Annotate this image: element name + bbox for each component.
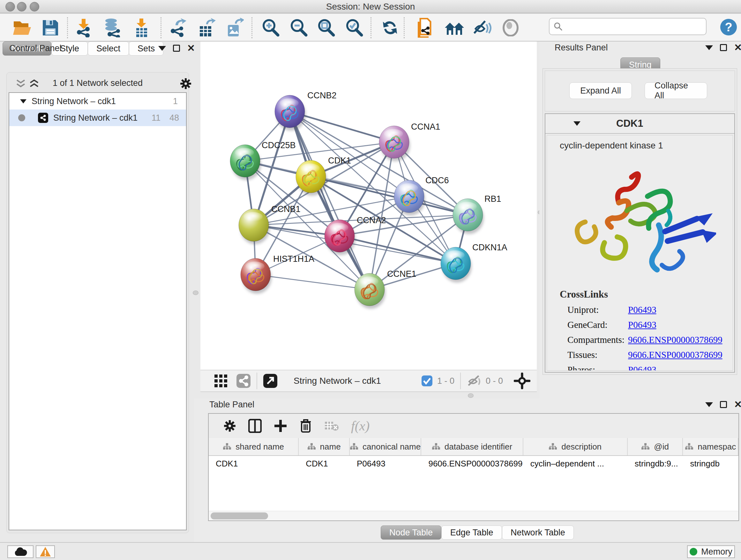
show-columns-icon[interactable] [248, 419, 262, 433]
selected-indicator-icon[interactable] [421, 375, 433, 387]
table-cell[interactable]: 9606.ENSP00000378699 [421, 459, 523, 469]
export-network-icon[interactable] [166, 18, 190, 38]
network-edge[interactable] [340, 236, 456, 263]
crosslink-value-link[interactable]: P06493 [628, 305, 657, 315]
gene-card-header[interactable]: CDK1 [545, 114, 734, 134]
node-label: CDC25B [262, 140, 296, 150]
control-panel-close-icon[interactable]: ✕ [187, 45, 195, 52]
gene-card: CDK1 cyclin-dependent kinase 1 [545, 113, 735, 373]
table-column-header[interactable]: namespac [683, 438, 738, 455]
table-column-header[interactable]: database identifier [421, 438, 523, 455]
table-options-gear-icon[interactable] [223, 420, 236, 432]
horizontal-splitter-handle[interactable] [468, 393, 474, 398]
toolbar-separator [67, 17, 68, 38]
crosslink-value-link[interactable]: P06493 [628, 365, 657, 371]
network-options-gear-icon[interactable] [180, 78, 192, 90]
network-node[interactable] [296, 160, 327, 196]
stringapp-document-icon[interactable] [413, 18, 436, 38]
network-node[interactable] [441, 247, 472, 283]
crosslink-value-link[interactable]: 9606.ENSP00000378699 [628, 350, 723, 360]
grid-mode-icon[interactable] [214, 374, 228, 388]
expand-all-button[interactable]: Expand All [569, 82, 632, 99]
control-panel-float-icon[interactable] [158, 46, 166, 51]
refresh-layout-icon[interactable] [379, 18, 401, 38]
left-splitter-handle[interactable] [193, 291, 199, 295]
eye-icon[interactable] [499, 18, 522, 38]
birds-eye-view-icon[interactable] [263, 374, 278, 388]
import-network-database-icon[interactable] [101, 18, 124, 38]
table-column-header[interactable]: canonical name [350, 438, 421, 455]
add-column-icon[interactable] [274, 419, 287, 433]
table-panel-float-icon[interactable] [705, 402, 713, 407]
memory-button[interactable]: Memory [687, 545, 735, 558]
export-image-icon[interactable] [223, 18, 246, 38]
delete-table-icon[interactable] [324, 421, 339, 431]
tab-node-table[interactable]: Node Table [381, 525, 441, 540]
table-horizontal-scrollbar[interactable] [209, 511, 738, 520]
results-panel-maximize-icon[interactable] [720, 44, 727, 51]
table-cell[interactable]: cyclin–dependent ... [523, 459, 628, 469]
tab-select[interactable]: Select [88, 42, 129, 56]
network-node[interactable] [379, 126, 410, 161]
search-input[interactable] [563, 22, 697, 32]
table-cell[interactable]: stringdb:9... [628, 459, 683, 469]
crosslink-value-link[interactable]: 9606.ENSP00000378699 [628, 334, 723, 345]
save-session-icon[interactable] [39, 18, 62, 38]
function-builder-icon[interactable]: f(x) [351, 418, 369, 434]
open-session-icon[interactable] [11, 18, 34, 38]
collapse-all-button[interactable]: Collapse All [645, 82, 707, 99]
table-column-header[interactable]: shared name [209, 438, 299, 455]
network-edge[interactable] [256, 274, 369, 290]
node-label: RB1 [484, 194, 501, 204]
results-panel-float-icon[interactable] [705, 45, 713, 50]
table-column-header[interactable]: name [299, 438, 350, 455]
table-column-header[interactable]: @id [628, 438, 683, 455]
gene-card-collapse-icon[interactable] [573, 120, 581, 127]
zoom-in-icon[interactable] [259, 18, 282, 38]
search-box[interactable] [549, 18, 706, 35]
network-node[interactable] [394, 180, 425, 215]
control-panel-maximize-icon[interactable] [173, 45, 180, 52]
cloud-status-button[interactable] [7, 545, 33, 558]
memory-status-dot [690, 548, 697, 556]
import-table-icon[interactable] [130, 18, 153, 38]
network-node[interactable] [241, 258, 272, 294]
network-node[interactable] [325, 220, 355, 255]
table-cell[interactable]: CDK1 [299, 459, 350, 469]
import-network-file-icon[interactable] [72, 18, 95, 38]
table-row[interactable]: CDK1CDK1P064939606.ENSP00000378699cyclin… [209, 456, 738, 471]
tab-edge-table[interactable]: Edge Table [441, 525, 502, 540]
network-list: String Network – cdk1 1 String Network –… [9, 92, 187, 530]
table-cell[interactable]: CDK1 [209, 459, 299, 469]
network-canvas[interactable]: CCNB2CCNA1CDC25BCDK1CDC6RB1CCNB1CCNA2CDK… [200, 42, 537, 370]
hide-show-graphics-icon[interactable] [470, 18, 493, 38]
home-legacy-icon[interactable] [443, 18, 466, 38]
crosslink-value-link[interactable]: P06493 [628, 320, 657, 330]
warnings-button[interactable] [36, 545, 55, 558]
zoom-fit-icon[interactable] [315, 18, 338, 38]
hidden-indicator-eye-slash-icon[interactable] [467, 374, 482, 387]
table-column-header[interactable]: description [523, 438, 628, 455]
zoom-out-icon[interactable] [287, 18, 310, 38]
table-cell[interactable]: stringdb [683, 459, 738, 469]
network-node[interactable] [275, 95, 306, 131]
export-table-icon[interactable] [195, 18, 218, 38]
collection-expand-icon[interactable] [19, 98, 27, 104]
network-node[interactable] [230, 145, 261, 180]
tab-network-table[interactable]: Network Table [502, 525, 574, 540]
delete-column-trash-icon[interactable] [299, 419, 312, 433]
network-row-selected[interactable]: String Network – cdk1 11 48 [9, 110, 186, 126]
table-cell[interactable]: P06493 [350, 459, 421, 469]
table-panel-maximize-icon[interactable] [720, 401, 727, 408]
results-panel-close-icon[interactable]: ✕ [734, 44, 741, 51]
help-icon[interactable]: ? [720, 18, 737, 36]
zoom-selected-icon[interactable] [343, 18, 366, 38]
network-collection-row[interactable]: String Network – cdk1 1 [9, 93, 186, 110]
share-view-icon[interactable] [236, 374, 251, 388]
table-panel-close-icon[interactable]: ✕ [734, 401, 741, 408]
network-node[interactable] [453, 199, 484, 234]
fit-content-crosshair-icon[interactable] [514, 373, 530, 389]
crosslink-label: Compartments: [567, 334, 628, 345]
network-node[interactable] [354, 273, 386, 309]
scrollbar-thumb[interactable] [211, 512, 268, 519]
